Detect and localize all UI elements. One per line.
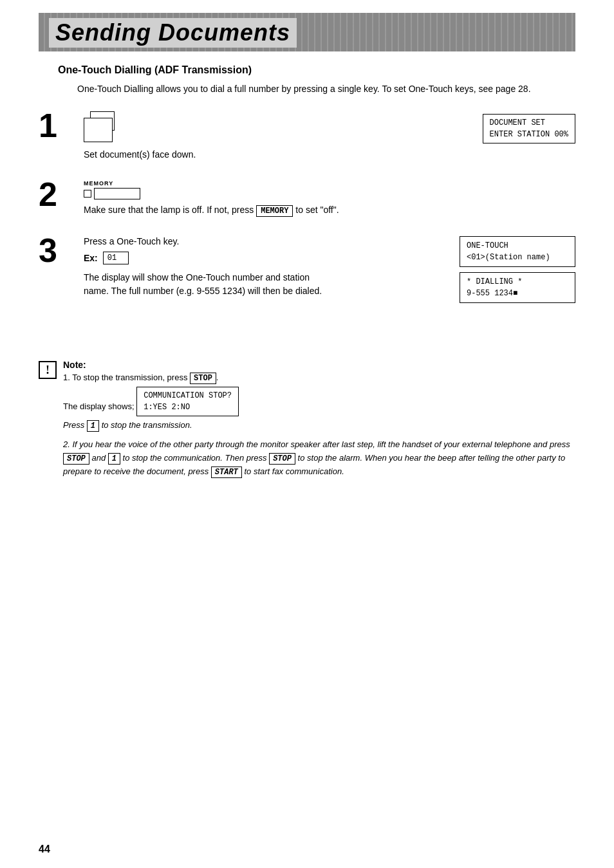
step-3-content: Press a One-Touch key. Ex: 01 The displa…	[77, 234, 575, 308]
page: Sending Documents One-Touch Dialling (AD…	[0, 0, 614, 868]
section-title: One-Touch Dialling (ADF Transmission)	[58, 64, 575, 76]
memory-label: MEMORY	[84, 180, 140, 187]
note-2-part4: to start fax communication.	[242, 466, 344, 476]
note-1-text-before: To stop the transmission, press	[72, 373, 190, 382]
note-2-stop1: STOP	[63, 453, 89, 465]
note-2-and: and	[89, 453, 108, 463]
note-1-press-after: to stop the transmission.	[99, 420, 192, 430]
step-3-display1: ONE-TOUCH <01>(Station name)	[460, 236, 575, 267]
fax-icon	[84, 111, 129, 147]
comm-line1: COMMUNICATION STOP?	[144, 390, 232, 402]
step-2-text-after: to set "off".	[293, 205, 339, 215]
note-2-start: START	[211, 466, 242, 478]
note-section: ! Note: 1. To stop the transmission, pre…	[39, 360, 575, 479]
step-2: 2 MEMORY Make sure that the lamp is off.…	[39, 178, 575, 216]
note-2-number: 2.	[63, 439, 72, 449]
note-2-1key: 1	[108, 453, 120, 465]
header-banner: Sending Documents	[39, 13, 575, 51]
step-1-instruction: Set document(s) face down.	[84, 149, 196, 160]
step-3-display2-line1: * DIALLING *	[467, 276, 568, 288]
comm-line2: 1:YES 2:NO	[144, 402, 232, 413]
ex-box: Ex: 01	[84, 252, 447, 264]
note-2-part2: to stop the communication. Then press	[120, 453, 269, 463]
step-1: 1 Set document(s) face down. DOCUMENT SE…	[39, 109, 575, 160]
step-3-display2: * DIALLING * 9-555 1234■	[460, 272, 575, 303]
note-item-2: 2. If you hear the voice of the other pa…	[63, 438, 575, 479]
note-1-display-label: The display shows;	[63, 402, 135, 411]
step-3-display1-line1: ONE-TOUCH	[467, 240, 568, 252]
page-number: 44	[39, 844, 50, 855]
memory-area: MEMORY	[84, 180, 575, 199]
note-2-italic: If you hear the voice of the other party…	[63, 439, 570, 476]
note-label: Note:	[63, 360, 86, 370]
step-3-display2-line2: 9-555 1234■	[467, 288, 568, 299]
step-2-instruction: Make sure that the lamp is off. If not, …	[84, 205, 575, 216]
memory-key-row	[84, 188, 140, 199]
ex-label: Ex:	[84, 253, 98, 263]
comm-display: COMMUNICATION STOP? 1:YES 2:NO	[136, 387, 239, 416]
step-3-number: 3	[39, 234, 77, 267]
page-title: Sending Documents	[49, 18, 297, 48]
step-3-left: Press a One-Touch key. Ex: 01 The displa…	[84, 236, 447, 298]
intro-text: One-Touch Dialling allows you to dial a …	[77, 82, 575, 96]
note-1-number: 1.	[63, 373, 72, 382]
step-1-number: 1	[39, 109, 77, 142]
memory-button-graphic	[94, 188, 140, 199]
step-3-instruction2: The display will show the One-Touch numb…	[84, 271, 328, 298]
note-2-stop2: STOP	[269, 453, 295, 465]
step-3-instruction1: Press a One-Touch key.	[84, 236, 447, 246]
step-1-display: DOCUMENT SET ENTER STATION 00%	[483, 114, 575, 143]
ex-value: 01	[103, 252, 129, 264]
step-3: 3 Press a One-Touch key. Ex: 01 The disp…	[39, 234, 575, 308]
step-2-content: MEMORY Make sure that the lamp is off. I…	[77, 178, 575, 216]
step-1-content: Set document(s) face down. DOCUMENT SET …	[77, 109, 575, 160]
note-1-text-after: .	[216, 373, 219, 382]
step-2-number: 2	[39, 178, 77, 211]
step-2-text-before: Make sure that the lamp is off. If not, …	[84, 205, 256, 215]
memory-lamp	[84, 190, 91, 198]
memory-group: MEMORY	[84, 180, 140, 199]
fax-paper	[84, 118, 113, 142]
note-1-press-key: 1	[87, 420, 99, 432]
note-icon: !	[39, 361, 57, 379]
step-1-display-line2: ENTER STATION 00%	[490, 129, 568, 140]
note-2-part1: If you hear the voice of the other party…	[72, 439, 570, 449]
step-1-left: Set document(s) face down.	[84, 111, 196, 160]
note-content: Note: 1. To stop the transmission, press…	[63, 360, 575, 479]
step-1-display-line1: DOCUMENT SET	[490, 117, 568, 129]
note-1-stop-key: STOP	[190, 373, 216, 384]
note-1-press-text: Press 1 to stop the transmission.	[63, 420, 192, 430]
step-3-displays: ONE-TOUCH <01>(Station name) * DIALLING …	[460, 236, 575, 308]
note-item-1: 1. To stop the transmission, press STOP.…	[63, 371, 575, 432]
step-3-display1-line2: <01>(Station name)	[467, 252, 568, 263]
step-2-memory-key: MEMORY	[256, 205, 293, 217]
